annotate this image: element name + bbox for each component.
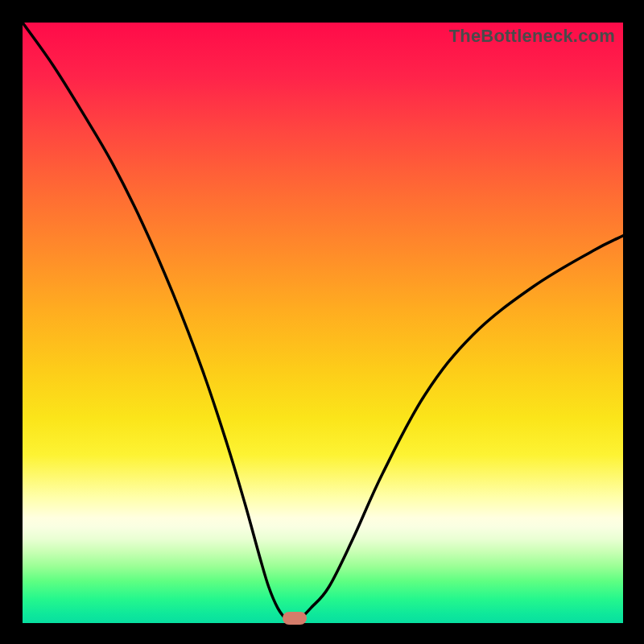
minimum-marker xyxy=(283,612,307,625)
plot-area: TheBottleneck.com xyxy=(23,23,623,623)
chart-frame: TheBottleneck.com xyxy=(0,0,644,644)
watermark-text: TheBottleneck.com xyxy=(449,26,615,47)
bottleneck-curve xyxy=(23,23,623,623)
